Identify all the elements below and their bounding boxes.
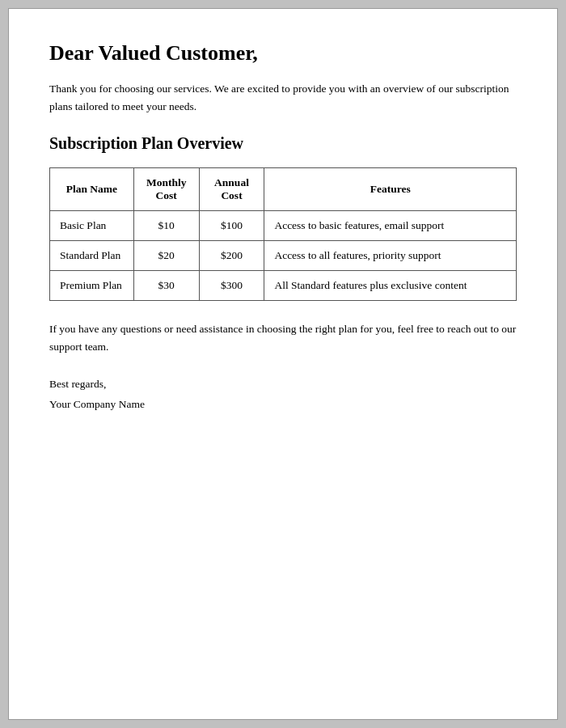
table-header-row: Plan Name Monthly Cost Annual Cost Featu… [50, 168, 517, 211]
page-container: Dear Valued Customer, Thank you for choo… [8, 8, 558, 720]
closing-text: If you have any questions or need assist… [49, 320, 517, 355]
intro-text: Thank you for choosing our services. We … [49, 80, 517, 115]
cell-plan-name: Standard Plan [50, 241, 134, 271]
table-row: Premium Plan$30$300All Standard features… [50, 271, 517, 301]
table-row: Basic Plan$10$100Access to basic feature… [50, 211, 517, 241]
cell-plan-name: Premium Plan [50, 271, 134, 301]
cell-annual-cost: $300 [199, 271, 264, 301]
sign-off-line1: Best regards, [49, 375, 517, 394]
sign-off: Best regards, Your Company Name [49, 375, 517, 414]
cell-features: Access to basic features, email support [264, 211, 517, 241]
salutation: Dear Valued Customer, [49, 41, 517, 66]
col-header-annual-cost: Annual Cost [199, 168, 264, 211]
section-title: Subscription Plan Overview [49, 134, 517, 153]
cell-features: Access to all features, priority support [264, 241, 517, 271]
sign-off-line2: Your Company Name [49, 395, 517, 414]
col-header-plan-name: Plan Name [50, 168, 134, 211]
cell-features: All Standard features plus exclusive con… [264, 271, 517, 301]
cell-monthly-cost: $30 [133, 271, 199, 301]
cell-plan-name: Basic Plan [50, 211, 134, 241]
col-header-monthly-cost: Monthly Cost [133, 168, 199, 211]
plan-table: Plan Name Monthly Cost Annual Cost Featu… [49, 167, 517, 301]
cell-annual-cost: $200 [199, 241, 264, 271]
col-header-features: Features [264, 168, 517, 211]
cell-annual-cost: $100 [199, 211, 264, 241]
cell-monthly-cost: $20 [133, 241, 199, 271]
cell-monthly-cost: $10 [133, 211, 199, 241]
table-row: Standard Plan$20$200Access to all featur… [50, 241, 517, 271]
